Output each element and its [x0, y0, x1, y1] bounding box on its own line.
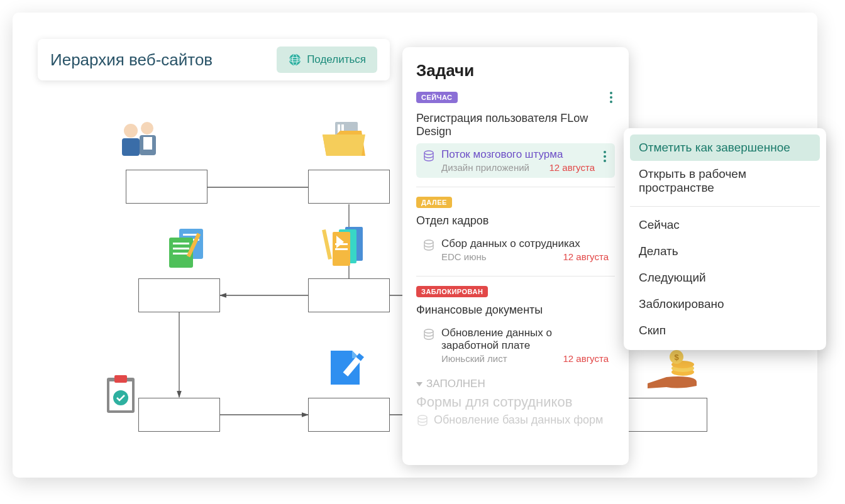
svg-text:$: $ [674, 353, 679, 362]
svg-point-11 [124, 124, 138, 138]
people-icon [113, 119, 166, 163]
task-group-title: Финансовые документы [416, 304, 615, 317]
completed-label: ЗАПОЛНЕН [426, 378, 485, 390]
completed-section: ЗАПОЛНЕН Формы для сотрудников Обновлени… [416, 378, 615, 427]
svg-point-45 [424, 240, 433, 244]
task-date: 12 августа [563, 353, 609, 364]
svg-point-46 [424, 329, 433, 333]
menu-item-status-skip[interactable]: Скип [630, 317, 820, 344]
menu-item-status-do[interactable]: Делать [630, 238, 820, 265]
task-name: Сбор данных о сотрудниках [441, 238, 609, 250]
task-item[interactable]: Обновление базы данных форм [416, 413, 615, 427]
svg-point-13 [141, 122, 153, 134]
task-name: Поток мозгового штурма [441, 148, 595, 161]
menu-item-status-blocked[interactable]: Заблокировано [630, 291, 820, 317]
database-icon [422, 150, 435, 162]
edit-document-icon [322, 346, 375, 390]
task-item[interactable]: Сбор данных о сотрудниках EDC июнь 12 ав… [416, 233, 615, 267]
task-group-title: Регистрация пользователя FLow Design [416, 112, 615, 138]
svg-rect-32 [322, 229, 332, 260]
folder-icon [318, 118, 370, 162]
svg-rect-23 [173, 243, 189, 244]
header-card: Иерархия веб-сайтов Поделиться [38, 39, 390, 80]
menu-item-open-workspace[interactable]: Открыть в рабочем пространстве [630, 161, 820, 201]
task-group-title: Отдел кадров [416, 214, 615, 227]
svg-point-36 [113, 390, 128, 405]
documents-icon [160, 226, 213, 270]
tasks-panel: Задачи СЕЙЧАС Регистрация пользователя F… [402, 47, 629, 465]
database-icon [422, 328, 435, 341]
svg-point-44 [424, 151, 433, 155]
svg-rect-12 [122, 138, 140, 156]
kebab-menu[interactable] [607, 89, 615, 106]
diagram-node[interactable] [308, 278, 390, 312]
database-icon [416, 414, 429, 427]
completed-header[interactable]: ЗАПОЛНЕН [416, 378, 615, 390]
svg-rect-15 [143, 137, 152, 150]
share-button[interactable]: Поделиться [277, 47, 377, 73]
tasks-title: Задачи [416, 61, 615, 80]
page-title: Иерархия веб-сайтов [50, 50, 213, 70]
svg-rect-35 [114, 375, 127, 383]
task-item[interactable]: Обновление данных о заработной плате Июн… [416, 322, 615, 369]
diagram-node[interactable] [126, 170, 207, 204]
diagram-node[interactable] [626, 398, 707, 432]
task-sub: EDC июнь [441, 251, 487, 262]
task-sub: Дизайн приложений [441, 162, 529, 173]
badge-now: СЕЙЧАС [416, 92, 458, 103]
context-menu: Отметить как завершенное Открыть в рабоч… [624, 128, 826, 350]
badge-next: ДАЛЕЕ [416, 197, 452, 208]
chevron-down-icon [416, 382, 422, 386]
task-date: 12 августа [549, 162, 595, 173]
svg-rect-25 [173, 253, 189, 255]
task-name: Обновление данных о заработной плате [441, 327, 609, 352]
task-kebab-menu[interactable] [601, 148, 609, 165]
diagram-node[interactable] [308, 170, 390, 204]
books-icon [318, 223, 370, 267]
svg-rect-24 [173, 248, 189, 249]
globe-icon [288, 53, 302, 67]
app-container: Иерархия веб-сайтов Поделиться [13, 13, 817, 478]
task-group-title: Формы для сотрудников [416, 394, 615, 410]
money-hand-icon: $ [641, 346, 704, 396]
menu-item-status-now[interactable]: Сейчас [630, 212, 820, 238]
database-icon [422, 239, 435, 251]
diagram-node[interactable] [308, 398, 390, 432]
task-name: Обновление базы данных форм [434, 414, 603, 427]
badge-blocked: ЗАБЛОКИРОВАН [416, 286, 488, 297]
svg-point-47 [418, 415, 427, 419]
diagram-node[interactable] [138, 398, 220, 432]
menu-item-mark-complete[interactable]: Отметить как завершенное [630, 134, 820, 161]
menu-item-status-next[interactable]: Следующий [630, 265, 820, 291]
task-sub: Июньский лист [441, 353, 507, 364]
diagram-node[interactable] [138, 278, 220, 312]
share-button-label: Поделиться [307, 53, 366, 66]
task-date: 12 августа [563, 251, 609, 262]
task-item[interactable]: Поток мозгового штурма Дизайн приложений… [416, 143, 615, 178]
svg-rect-31 [335, 248, 348, 250]
